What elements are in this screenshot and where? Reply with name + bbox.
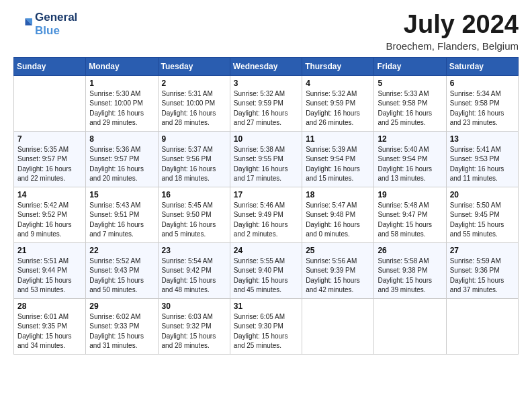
calendar-week-4: 21Sunrise: 5:51 AMSunset: 9:44 PMDayligh…: [14, 242, 519, 298]
calendar-cell: 3Sunrise: 5:32 AMSunset: 9:59 PMDaylight…: [230, 75, 302, 131]
day-info: Sunrise: 5:54 AMSunset: 9:42 PMDaylight:…: [162, 257, 226, 295]
day-number: 3: [234, 79, 298, 88]
header: General Blue July 2024 Broechem, Flander…: [13, 11, 519, 52]
calendar-cell: [374, 298, 446, 354]
calendar-cell: 25Sunrise: 5:56 AMSunset: 9:39 PMDayligh…: [302, 242, 374, 298]
day-info: Sunrise: 6:01 AMSunset: 9:35 PMDaylight:…: [17, 312, 82, 351]
day-info: Sunrise: 5:35 AMSunset: 9:57 PMDaylight:…: [17, 145, 82, 184]
calendar-cell: 27Sunrise: 5:59 AMSunset: 9:36 PMDayligh…: [446, 242, 518, 298]
calendar-week-5: 28Sunrise: 6:01 AMSunset: 9:35 PMDayligh…: [14, 298, 519, 354]
day-number: 14: [17, 190, 82, 199]
day-info: Sunrise: 5:56 AMSunset: 9:39 PMDaylight:…: [306, 257, 370, 295]
day-info: Sunrise: 5:52 AMSunset: 9:43 PMDaylight:…: [89, 257, 154, 295]
day-info: Sunrise: 5:39 AMSunset: 9:54 PMDaylight:…: [306, 145, 370, 184]
calendar-cell: 31Sunrise: 6:05 AMSunset: 9:30 PMDayligh…: [230, 298, 302, 354]
day-number: 23: [162, 246, 226, 255]
day-number: 5: [378, 79, 442, 88]
day-info: Sunrise: 6:05 AMSunset: 9:30 PMDaylight:…: [234, 312, 298, 351]
page: General Blue July 2024 Broechem, Flander…: [0, 0, 532, 411]
day-number: 27: [450, 246, 515, 255]
calendar-cell: 29Sunrise: 6:02 AMSunset: 9:33 PMDayligh…: [86, 298, 158, 354]
calendar-cell: 20Sunrise: 5:50 AMSunset: 9:45 PMDayligh…: [446, 187, 518, 242]
day-info: Sunrise: 5:30 AMSunset: 10:00 PMDaylight…: [89, 89, 154, 128]
calendar-cell: 2Sunrise: 5:31 AMSunset: 10:00 PMDayligh…: [158, 75, 230, 131]
logo-text: General Blue: [35, 11, 77, 37]
day-info: Sunrise: 5:46 AMSunset: 9:49 PMDaylight:…: [234, 201, 298, 240]
day-number: 16: [162, 190, 226, 199]
calendar-week-1: 1Sunrise: 5:30 AMSunset: 10:00 PMDayligh…: [14, 75, 519, 131]
day-number: 25: [306, 246, 370, 255]
day-number: 26: [378, 246, 442, 255]
day-info: Sunrise: 5:59 AMSunset: 9:36 PMDaylight:…: [450, 257, 515, 295]
calendar-cell: 5Sunrise: 5:33 AMSunset: 9:58 PMDaylight…: [374, 75, 446, 131]
day-number: 21: [17, 246, 82, 255]
day-info: Sunrise: 6:02 AMSunset: 9:33 PMDaylight:…: [89, 312, 154, 351]
calendar-cell: 22Sunrise: 5:52 AMSunset: 9:43 PMDayligh…: [86, 242, 158, 298]
calendar-cell: 19Sunrise: 5:48 AMSunset: 9:47 PMDayligh…: [374, 187, 446, 242]
day-info: Sunrise: 5:33 AMSunset: 9:58 PMDaylight:…: [378, 89, 442, 128]
day-number: 7: [17, 134, 82, 144]
location: Broechem, Flanders, Belgium: [386, 40, 519, 52]
calendar-week-2: 7Sunrise: 5:35 AMSunset: 9:57 PMDaylight…: [14, 131, 519, 187]
day-number: 1: [89, 79, 154, 88]
calendar-cell: 13Sunrise: 5:41 AMSunset: 9:53 PMDayligh…: [446, 131, 518, 187]
day-number: 28: [17, 302, 82, 311]
calendar-header-monday: Monday: [86, 57, 158, 75]
day-number: 24: [234, 246, 298, 255]
calendar-cell: 24Sunrise: 5:55 AMSunset: 9:40 PMDayligh…: [230, 242, 302, 298]
calendar-cell: 4Sunrise: 5:32 AMSunset: 9:59 PMDaylight…: [302, 75, 374, 131]
calendar-table: SundayMondayTuesdayWednesdayThursdayFrid…: [13, 57, 519, 355]
day-number: 2: [162, 79, 226, 88]
day-info: Sunrise: 5:43 AMSunset: 9:51 PMDaylight:…: [89, 201, 154, 240]
day-info: Sunrise: 5:32 AMSunset: 9:59 PMDaylight:…: [234, 89, 298, 128]
day-number: 13: [450, 134, 515, 144]
day-info: Sunrise: 5:50 AMSunset: 9:45 PMDaylight:…: [450, 201, 515, 240]
day-number: 29: [89, 302, 154, 311]
calendar-header-wednesday: Wednesday: [230, 57, 302, 75]
calendar-cell: 9Sunrise: 5:37 AMSunset: 9:56 PMDaylight…: [158, 131, 230, 187]
day-info: Sunrise: 5:40 AMSunset: 9:54 PMDaylight:…: [378, 145, 442, 184]
day-number: 19: [378, 190, 442, 199]
day-number: 11: [306, 134, 370, 144]
month-title: July 2024: [386, 11, 519, 39]
day-info: Sunrise: 5:58 AMSunset: 9:38 PMDaylight:…: [378, 257, 442, 295]
day-number: 30: [162, 302, 226, 311]
day-number: 15: [89, 190, 154, 199]
day-info: Sunrise: 6:03 AMSunset: 9:32 PMDaylight:…: [162, 312, 226, 351]
calendar-header-sunday: Sunday: [14, 57, 86, 75]
calendar-cell: 15Sunrise: 5:43 AMSunset: 9:51 PMDayligh…: [86, 187, 158, 242]
calendar-cell: 26Sunrise: 5:58 AMSunset: 9:38 PMDayligh…: [374, 242, 446, 298]
calendar-cell: 11Sunrise: 5:39 AMSunset: 9:54 PMDayligh…: [302, 131, 374, 187]
day-info: Sunrise: 5:34 AMSunset: 9:58 PMDaylight:…: [450, 89, 515, 128]
calendar-cell: 12Sunrise: 5:40 AMSunset: 9:54 PMDayligh…: [374, 131, 446, 187]
calendar-cell: 18Sunrise: 5:47 AMSunset: 9:48 PMDayligh…: [302, 187, 374, 242]
day-info: Sunrise: 5:36 AMSunset: 9:57 PMDaylight:…: [89, 145, 154, 184]
day-info: Sunrise: 5:47 AMSunset: 9:48 PMDaylight:…: [306, 201, 370, 240]
calendar-cell: 30Sunrise: 6:03 AMSunset: 9:32 PMDayligh…: [158, 298, 230, 354]
day-info: Sunrise: 5:37 AMSunset: 9:56 PMDaylight:…: [162, 145, 226, 184]
day-info: Sunrise: 5:51 AMSunset: 9:44 PMDaylight:…: [17, 257, 82, 295]
day-info: Sunrise: 5:38 AMSunset: 9:55 PMDaylight:…: [234, 145, 298, 184]
day-number: 6: [450, 79, 515, 88]
day-info: Sunrise: 5:32 AMSunset: 9:59 PMDaylight:…: [306, 89, 370, 128]
calendar-header-thursday: Thursday: [302, 57, 374, 75]
calendar-cell: 16Sunrise: 5:45 AMSunset: 9:50 PMDayligh…: [158, 187, 230, 242]
calendar-cell: 23Sunrise: 5:54 AMSunset: 9:42 PMDayligh…: [158, 242, 230, 298]
calendar-header-tuesday: Tuesday: [158, 57, 230, 75]
calendar-cell: 14Sunrise: 5:42 AMSunset: 9:52 PMDayligh…: [14, 187, 86, 242]
day-info: Sunrise: 5:55 AMSunset: 9:40 PMDaylight:…: [234, 257, 298, 295]
day-info: Sunrise: 5:42 AMSunset: 9:52 PMDaylight:…: [17, 201, 82, 240]
calendar-cell: 28Sunrise: 6:01 AMSunset: 9:35 PMDayligh…: [14, 298, 86, 354]
day-number: 31: [234, 302, 298, 311]
calendar-cell: 10Sunrise: 5:38 AMSunset: 9:55 PMDayligh…: [230, 131, 302, 187]
day-number: 10: [234, 134, 298, 144]
day-number: 22: [89, 246, 154, 255]
day-number: 8: [89, 134, 154, 144]
day-number: 12: [378, 134, 442, 144]
day-number: 4: [306, 79, 370, 88]
logo: General Blue: [13, 11, 77, 37]
day-info: Sunrise: 5:41 AMSunset: 9:53 PMDaylight:…: [450, 145, 515, 184]
day-info: Sunrise: 5:45 AMSunset: 9:50 PMDaylight:…: [162, 201, 226, 240]
day-number: 9: [162, 134, 226, 144]
logo-icon: [13, 15, 32, 34]
